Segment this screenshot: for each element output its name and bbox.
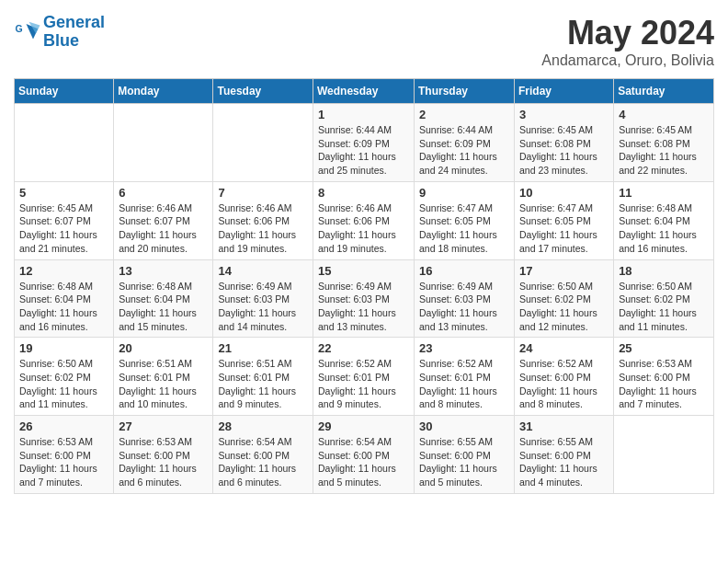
day-info: Sunrise: 6:44 AM Sunset: 6:09 PM Dayligh…: [419, 123, 509, 178]
day-info: Sunrise: 6:51 AM Sunset: 6:01 PM Dayligh…: [218, 357, 308, 411]
day-info: Sunrise: 6:54 AM Sunset: 6:00 PM Dayligh…: [218, 435, 308, 489]
calendar-cell: 7Sunrise: 6:46 AM Sunset: 6:06 PM Daylig…: [213, 181, 313, 259]
day-number: 7: [218, 186, 308, 200]
day-number: 4: [619, 108, 709, 121]
day-number: 12: [19, 264, 108, 278]
day-number: 23: [419, 341, 509, 355]
calendar-cell: 19Sunrise: 6:50 AM Sunset: 6:02 PM Dayli…: [15, 338, 114, 416]
calendar-cell: [15, 104, 114, 182]
day-number: 2: [419, 108, 509, 121]
day-info: Sunrise: 6:52 AM Sunset: 6:01 PM Dayligh…: [318, 357, 409, 411]
day-number: 10: [519, 186, 609, 200]
calendar-cell: 9Sunrise: 6:47 AM Sunset: 6:05 PM Daylig…: [415, 181, 515, 259]
day-number: 13: [119, 264, 208, 278]
calendar-cell: 16Sunrise: 6:49 AM Sunset: 6:03 PM Dayli…: [415, 259, 515, 338]
calendar-cell: 30Sunrise: 6:55 AM Sunset: 6:00 PM Dayli…: [415, 416, 515, 494]
day-info: Sunrise: 6:45 AM Sunset: 6:07 PM Dayligh…: [19, 201, 108, 256]
day-number: 18: [619, 264, 709, 278]
day-info: Sunrise: 6:46 AM Sunset: 6:07 PM Dayligh…: [119, 201, 208, 256]
weekday-header-friday: Friday: [515, 79, 614, 104]
day-info: Sunrise: 6:50 AM Sunset: 6:02 PM Dayligh…: [619, 280, 709, 334]
day-info: Sunrise: 6:48 AM Sunset: 6:04 PM Dayligh…: [119, 280, 208, 334]
weekday-header-saturday: Saturday: [614, 79, 714, 104]
calendar-cell: 18Sunrise: 6:50 AM Sunset: 6:02 PM Dayli…: [614, 259, 714, 338]
day-info: Sunrise: 6:47 AM Sunset: 6:05 PM Dayligh…: [419, 201, 509, 256]
calendar-cell: 20Sunrise: 6:51 AM Sunset: 6:01 PM Dayli…: [114, 338, 213, 416]
calendar-cell: 13Sunrise: 6:48 AM Sunset: 6:04 PM Dayli…: [114, 259, 213, 338]
day-info: Sunrise: 6:50 AM Sunset: 6:02 PM Dayligh…: [19, 357, 108, 411]
calendar-cell: [614, 416, 714, 494]
day-info: Sunrise: 6:52 AM Sunset: 6:01 PM Dayligh…: [419, 357, 509, 411]
calendar-cell: 10Sunrise: 6:47 AM Sunset: 6:05 PM Dayli…: [515, 181, 614, 259]
title-block: May 2024 Andamarca, Oruro, Bolivia: [541, 14, 714, 69]
day-info: Sunrise: 6:47 AM Sunset: 6:05 PM Dayligh…: [519, 201, 609, 256]
day-number: 17: [519, 264, 609, 278]
calendar-cell: 28Sunrise: 6:54 AM Sunset: 6:00 PM Dayli…: [213, 416, 313, 494]
day-info: Sunrise: 6:55 AM Sunset: 6:00 PM Dayligh…: [419, 435, 509, 489]
day-info: Sunrise: 6:49 AM Sunset: 6:03 PM Dayligh…: [419, 280, 509, 334]
calendar-cell: 5Sunrise: 6:45 AM Sunset: 6:07 PM Daylig…: [15, 181, 114, 259]
day-number: 11: [619, 186, 709, 200]
weekday-header-wednesday: Wednesday: [313, 79, 415, 104]
logo-line1: General: [43, 13, 105, 31]
day-number: 25: [619, 341, 709, 355]
calendar-week-row: 26Sunrise: 6:53 AM Sunset: 6:00 PM Dayli…: [15, 416, 714, 494]
day-info: Sunrise: 6:46 AM Sunset: 6:06 PM Dayligh…: [218, 201, 308, 256]
calendar-cell: 15Sunrise: 6:49 AM Sunset: 6:03 PM Dayli…: [313, 259, 415, 338]
weekday-header-thursday: Thursday: [415, 79, 515, 104]
calendar-cell: 31Sunrise: 6:55 AM Sunset: 6:00 PM Dayli…: [515, 416, 614, 494]
day-info: Sunrise: 6:49 AM Sunset: 6:03 PM Dayligh…: [218, 280, 308, 334]
month-title: May 2024: [541, 14, 714, 52]
calendar-cell: 14Sunrise: 6:49 AM Sunset: 6:03 PM Dayli…: [213, 259, 313, 338]
day-info: Sunrise: 6:46 AM Sunset: 6:06 PM Dayligh…: [318, 201, 409, 256]
calendar-cell: [114, 104, 213, 182]
weekday-header-monday: Monday: [114, 79, 213, 104]
calendar-cell: 12Sunrise: 6:48 AM Sunset: 6:04 PM Dayli…: [15, 259, 114, 338]
day-info: Sunrise: 6:55 AM Sunset: 6:00 PM Dayligh…: [519, 435, 609, 489]
day-number: 30: [419, 419, 509, 433]
logo-line2: Blue: [43, 31, 79, 50]
location-title: Andamarca, Oruro, Bolivia: [541, 52, 714, 69]
calendar-week-row: 12Sunrise: 6:48 AM Sunset: 6:04 PM Dayli…: [15, 259, 714, 338]
calendar-cell: 6Sunrise: 6:46 AM Sunset: 6:07 PM Daylig…: [114, 181, 213, 259]
logo: G General Blue: [14, 14, 105, 51]
calendar-cell: 26Sunrise: 6:53 AM Sunset: 6:00 PM Dayli…: [15, 416, 114, 494]
day-number: 15: [318, 264, 409, 278]
day-number: 29: [318, 419, 409, 433]
day-number: 8: [318, 186, 409, 200]
day-number: 27: [119, 419, 208, 433]
day-number: 6: [119, 186, 208, 200]
day-number: 5: [19, 186, 108, 200]
day-info: Sunrise: 6:53 AM Sunset: 6:00 PM Dayligh…: [119, 435, 208, 489]
calendar-table: SundayMondayTuesdayWednesdayThursdayFrid…: [14, 78, 714, 494]
day-info: Sunrise: 6:48 AM Sunset: 6:04 PM Dayligh…: [619, 201, 709, 256]
day-number: 24: [519, 341, 609, 355]
svg-text:G: G: [16, 23, 23, 34]
page-header: G General Blue May 2024 Andamarca, Oruro…: [14, 14, 714, 69]
day-number: 31: [519, 419, 609, 433]
calendar-cell: 25Sunrise: 6:53 AM Sunset: 6:00 PM Dayli…: [614, 338, 714, 416]
day-number: 21: [218, 341, 308, 355]
day-info: Sunrise: 6:53 AM Sunset: 6:00 PM Dayligh…: [619, 357, 709, 411]
day-info: Sunrise: 6:51 AM Sunset: 6:01 PM Dayligh…: [119, 357, 208, 411]
day-number: 3: [519, 108, 609, 121]
day-number: 22: [318, 341, 409, 355]
calendar-week-row: 1Sunrise: 6:44 AM Sunset: 6:09 PM Daylig…: [15, 104, 714, 182]
logo-icon: G: [14, 18, 41, 46]
day-number: 1: [318, 108, 409, 121]
calendar-cell: 17Sunrise: 6:50 AM Sunset: 6:02 PM Dayli…: [515, 259, 614, 338]
day-info: Sunrise: 6:44 AM Sunset: 6:09 PM Dayligh…: [318, 123, 409, 178]
day-number: 16: [419, 264, 509, 278]
calendar-cell: [213, 104, 313, 182]
calendar-cell: 11Sunrise: 6:48 AM Sunset: 6:04 PM Dayli…: [614, 181, 714, 259]
day-info: Sunrise: 6:45 AM Sunset: 6:08 PM Dayligh…: [519, 123, 609, 178]
day-info: Sunrise: 6:48 AM Sunset: 6:04 PM Dayligh…: [19, 280, 108, 334]
day-number: 14: [218, 264, 308, 278]
calendar-cell: 4Sunrise: 6:45 AM Sunset: 6:08 PM Daylig…: [614, 104, 714, 182]
weekday-header-sunday: Sunday: [15, 79, 114, 104]
calendar-cell: 29Sunrise: 6:54 AM Sunset: 6:00 PM Dayli…: [313, 416, 415, 494]
calendar-week-row: 19Sunrise: 6:50 AM Sunset: 6:02 PM Dayli…: [15, 338, 714, 416]
day-info: Sunrise: 6:53 AM Sunset: 6:00 PM Dayligh…: [19, 435, 108, 489]
weekday-header-tuesday: Tuesday: [213, 79, 313, 104]
calendar-cell: 1Sunrise: 6:44 AM Sunset: 6:09 PM Daylig…: [313, 104, 415, 182]
